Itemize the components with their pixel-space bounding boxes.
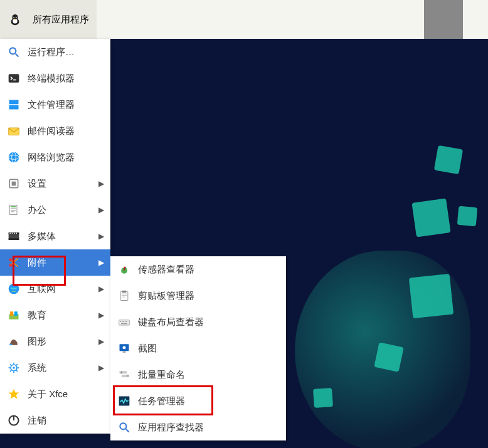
menu-item-system[interactable]: 系统 ▶ bbox=[0, 355, 110, 381]
logout-icon bbox=[6, 413, 21, 428]
svg-rect-55 bbox=[122, 297, 125, 298]
svg-rect-24 bbox=[9, 238, 19, 240]
svg-rect-11 bbox=[9, 128, 19, 135]
menu-item-filemanager[interactable]: 文件管理器 bbox=[0, 91, 110, 118]
submenu-item-bulk-rename[interactable]: AB 批量重命名 bbox=[110, 362, 286, 388]
svg-rect-18 bbox=[11, 206, 16, 207]
submenu-label: 批量重命名 bbox=[138, 369, 280, 381]
chevron-right-icon: ▶ bbox=[98, 232, 104, 241]
svg-rect-10 bbox=[9, 105, 19, 110]
settings-icon bbox=[6, 176, 21, 191]
menu-item-office[interactable]: 办公 ▶ bbox=[0, 197, 110, 223]
svg-line-6 bbox=[16, 54, 19, 57]
menu-label: 网络浏览器 bbox=[28, 152, 104, 164]
submenu-item-clipboard-manager[interactable]: 剪贴板管理器 bbox=[110, 283, 286, 309]
education-icon bbox=[6, 308, 21, 323]
menu-item-settings[interactable]: 设置 ▶ bbox=[0, 170, 110, 197]
all-apps-button[interactable]: 所有应用程序 bbox=[0, 0, 97, 39]
svg-rect-19 bbox=[11, 209, 16, 209]
svg-rect-65 bbox=[123, 352, 126, 353]
svg-line-44 bbox=[10, 364, 11, 365]
chevron-right-icon: ▶ bbox=[98, 258, 104, 267]
menu-item-logout[interactable]: 注销 bbox=[0, 407, 110, 434]
svg-point-3 bbox=[13, 17, 14, 18]
menu-item-about[interactable]: 关于 Xfce bbox=[0, 381, 110, 407]
menu-item-accessories[interactable]: 附件 ▶ bbox=[0, 249, 110, 276]
gear-icon bbox=[6, 360, 21, 375]
folder-icon bbox=[6, 97, 21, 112]
star-icon bbox=[6, 387, 21, 402]
bg-cube bbox=[434, 145, 463, 174]
menu-label: 终端模拟器 bbox=[28, 73, 104, 85]
submenu-item-sensor-viewer[interactable]: 传感器查看器 bbox=[110, 256, 286, 283]
search-icon bbox=[117, 420, 132, 435]
globe-icon bbox=[6, 150, 21, 165]
menu-label: 邮件阅读器 bbox=[28, 125, 104, 137]
multimedia-icon bbox=[6, 229, 21, 244]
menu-item-internet[interactable]: 互联网 ▶ bbox=[0, 276, 110, 302]
svg-text:B: B bbox=[127, 374, 129, 377]
penguin-icon bbox=[8, 12, 23, 27]
svg-rect-61 bbox=[126, 321, 127, 322]
svg-rect-59 bbox=[123, 321, 124, 322]
accessories-submenu: 传感器查看器 剪贴板管理器 键盘布局查看器 截图 AB 批量重命名 任务管理器 … bbox=[110, 256, 286, 440]
svg-point-12 bbox=[9, 152, 19, 163]
bg-cube bbox=[374, 342, 403, 372]
menu-label: 教育 bbox=[28, 310, 98, 321]
submenu-item-task-manager[interactable]: 任务管理器 bbox=[110, 388, 286, 414]
bg-cube bbox=[313, 388, 333, 408]
menu-item-education[interactable]: 教育 ▶ bbox=[0, 302, 110, 328]
menu-label: 运行程序… bbox=[28, 46, 104, 58]
office-icon bbox=[6, 202, 21, 217]
submenu-label: 传感器查看器 bbox=[138, 264, 280, 276]
svg-point-26 bbox=[12, 233, 13, 234]
menu-item-multimedia[interactable]: 多媒体 ▶ bbox=[0, 223, 110, 249]
svg-line-72 bbox=[126, 429, 129, 432]
chevron-right-icon: ▶ bbox=[98, 337, 104, 346]
submenu-label: 应用程序查找器 bbox=[138, 422, 280, 434]
svg-rect-16 bbox=[12, 182, 16, 186]
menu-item-mail[interactable]: 邮件阅读器 bbox=[0, 118, 110, 144]
svg-rect-62 bbox=[121, 323, 127, 325]
menu-item-browser[interactable]: 网络浏览器 bbox=[0, 144, 110, 170]
activity-icon bbox=[117, 393, 132, 409]
internet-icon bbox=[6, 281, 21, 296]
screenshot-icon bbox=[117, 341, 132, 356]
submenu-item-keyboard-layout[interactable]: 键盘布局查看器 bbox=[110, 309, 286, 335]
chevron-right-icon: ▶ bbox=[98, 206, 104, 214]
svg-rect-7 bbox=[9, 74, 19, 82]
svg-point-27 bbox=[14, 233, 15, 234]
svg-rect-36 bbox=[14, 311, 18, 316]
menu-item-graphics[interactable]: 图形 ▶ bbox=[0, 328, 110, 355]
menu-label: 图形 bbox=[28, 336, 98, 348]
menu-label: 多媒体 bbox=[28, 231, 98, 242]
svg-point-64 bbox=[123, 346, 126, 349]
svg-point-39 bbox=[13, 367, 14, 368]
main-menu: 运行程序… 终端模拟器 文件管理器 邮件阅读器 网络浏览器 设置 ▶ 办公 ▶ … bbox=[0, 39, 110, 434]
svg-rect-21 bbox=[11, 212, 14, 212]
menu-label: 办公 bbox=[28, 204, 98, 216]
scissors-icon bbox=[6, 255, 21, 270]
chevron-right-icon: ▶ bbox=[98, 179, 104, 188]
chevron-right-icon: ▶ bbox=[98, 311, 104, 320]
clipboard-icon bbox=[117, 288, 132, 303]
svg-point-25 bbox=[9, 233, 11, 234]
bg-cube bbox=[411, 198, 450, 237]
submenu-label: 任务管理器 bbox=[138, 395, 280, 407]
menu-item-run[interactable]: 运行程序… bbox=[0, 39, 110, 65]
sensor-icon bbox=[117, 262, 132, 277]
svg-point-71 bbox=[120, 423, 126, 429]
bg-cube bbox=[457, 206, 478, 227]
menu-label: 系统 bbox=[28, 362, 98, 374]
search-icon bbox=[6, 44, 21, 60]
submenu-item-app-finder[interactable]: 应用程序查找器 bbox=[110, 414, 286, 440]
chevron-right-icon: ▶ bbox=[98, 363, 104, 372]
svg-rect-9 bbox=[9, 100, 19, 105]
menu-item-terminal[interactable]: 终端模拟器 bbox=[0, 65, 110, 91]
svg-rect-35 bbox=[10, 311, 13, 316]
submenu-item-screenshot[interactable]: 截图 bbox=[110, 335, 286, 362]
svg-rect-54 bbox=[122, 295, 127, 296]
svg-rect-53 bbox=[122, 294, 127, 294]
svg-rect-20 bbox=[11, 210, 16, 211]
svg-rect-51 bbox=[120, 291, 128, 300]
